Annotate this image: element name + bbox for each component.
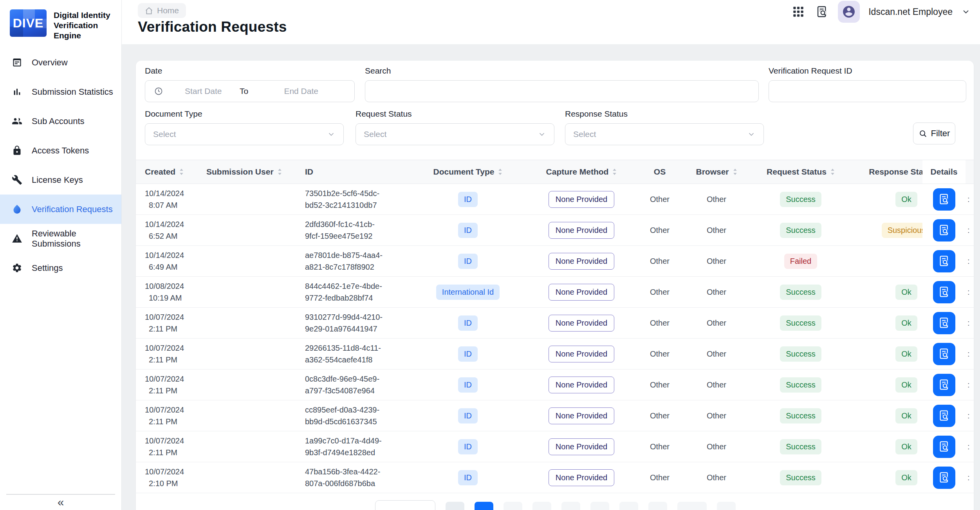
sidebar-item-label: Verification Requests [32, 204, 113, 214]
sidebar-item-license-keys[interactable]: License Keys [0, 165, 121, 195]
created-time: 2:11 PM [145, 355, 177, 364]
id-line2: bb9d-d5cd61637345 [305, 417, 377, 426]
document-type-badge: ID [458, 377, 478, 393]
capture-method-badge: None Provided [549, 407, 614, 424]
id-cell: 844c4462-1e7e-4bde-9772-fedbab28bf74 [296, 280, 409, 304]
apps-grid-icon[interactable] [791, 4, 806, 19]
id-line2: 9b3f-d7494e1828ed [305, 448, 375, 457]
sort-icon[interactable] [830, 168, 835, 175]
sidebar-item-reviewable-submissions[interactable]: Reviewable Submissions [0, 224, 121, 253]
breadcrumb[interactable]: Home [138, 3, 186, 18]
sort-icon[interactable] [612, 168, 617, 175]
user-menu[interactable]: Idscan.net Employee [868, 7, 953, 17]
column-header-document_type[interactable]: Document Type [409, 167, 527, 177]
document-type-badge: ID [458, 223, 478, 238]
column-header-submission_user[interactable]: Submission User [198, 167, 296, 177]
app-logo[interactable]: DIVE Digital Identity Verification Engin… [0, 0, 121, 41]
content-card: Date Start Date To End Date Search Verif… [136, 61, 974, 510]
page-pill[interactable] [677, 502, 707, 510]
response-status-select[interactable]: Select [565, 123, 764, 145]
details-button[interactable] [933, 188, 955, 211]
previous-page-button[interactable] [375, 500, 435, 510]
id-cell: 0c8c3dfe-96e9-45e9-a797-f3c54087e964 [296, 373, 409, 396]
sidebar-item-submission-statistics[interactable]: Submission Statistics [0, 77, 121, 106]
sort-icon[interactable] [498, 168, 502, 175]
details-button[interactable] [933, 436, 955, 458]
sort-icon[interactable] [733, 168, 737, 175]
details-button[interactable] [933, 343, 955, 365]
column-header-id: ID [296, 167, 409, 177]
sort-icon[interactable] [179, 168, 184, 175]
droplet-icon [12, 204, 22, 214]
id-line2: 9fcf-159ee475e192 [305, 232, 372, 240]
created-cell: 10/07/20242:10 PM [136, 466, 198, 489]
column-header-label: OS [654, 167, 666, 177]
capture-method-badge: None Provided [549, 346, 614, 362]
column-header-browser[interactable]: Browser [683, 167, 750, 177]
filter-button[interactable]: Filter [913, 123, 955, 144]
capture-method-badge: None Provided [549, 315, 614, 332]
avatar[interactable] [838, 1, 860, 23]
details-cell [922, 308, 966, 338]
created-date: 10/08/2024 [145, 282, 184, 290]
chevron-down-icon [538, 130, 546, 139]
document-type-cell: ID [409, 254, 527, 269]
sidebar-collapse-button[interactable]: « [0, 494, 121, 510]
details-button[interactable] [933, 405, 955, 427]
sidebar-item-sub-accounts[interactable]: Sub Accounts [0, 106, 121, 136]
page-pill[interactable] [532, 502, 551, 510]
details-button[interactable] [933, 281, 955, 303]
date-range-input[interactable]: Start Date To End Date [145, 80, 355, 102]
sidebar-item-overview[interactable]: Overview [0, 48, 121, 77]
page-pill[interactable] [561, 502, 580, 510]
id-cell: 47ba156b-3fea-4422-807a-006fd687b6ba [296, 466, 409, 489]
sort-icon[interactable] [278, 168, 282, 175]
page-pill-active[interactable] [475, 502, 493, 510]
table-row: 10/14/20246:52 AM2dfd360f-fc1c-41cb-9fcf… [136, 215, 974, 246]
document-search-icon[interactable] [814, 4, 829, 19]
details-button[interactable] [933, 374, 955, 396]
details-cell [922, 215, 966, 245]
details-button[interactable] [933, 467, 955, 489]
page-pill[interactable] [504, 502, 522, 510]
details-button[interactable] [933, 312, 955, 334]
page-pill[interactable] [619, 502, 638, 510]
browser-cell: Other [683, 442, 750, 451]
clipped-column-fragment: : [967, 411, 970, 420]
logo-text: DIVE [13, 16, 44, 31]
created-cell: 10/14/20248:07 AM [136, 187, 198, 211]
os-cell: Other [636, 350, 683, 359]
pagination [136, 500, 974, 510]
filter-button-label: Filter [931, 128, 950, 139]
document-type-badge: ID [458, 470, 478, 485]
id-line2: 9772-fedbab28bf74 [305, 294, 373, 302]
request-status-cell: Failed [750, 254, 852, 269]
id-line2: a362-554caefe41f8 [305, 355, 372, 364]
response-status-badge: Ok [895, 377, 917, 393]
page-pill[interactable] [590, 502, 609, 510]
document-type-select[interactable]: Select [145, 123, 344, 145]
table-row: 10/07/20242:10 PM47ba156b-3fea-4422-807a… [136, 462, 974, 493]
details-button[interactable] [933, 250, 955, 272]
response-status-placeholder: Select [573, 130, 596, 139]
column-header-label: Capture Method [546, 167, 609, 177]
column-header-request_status[interactable]: Request Status [750, 167, 852, 177]
created-cell: 10/07/20242:11 PM [136, 342, 198, 366]
sidebar-item-access-tokens[interactable]: Access Tokens [0, 136, 121, 165]
page-pill[interactable] [446, 502, 464, 510]
chevron-down-icon[interactable] [961, 7, 971, 16]
search-input[interactable] [365, 80, 759, 102]
page-pill[interactable] [717, 502, 736, 510]
capture-method-badge: None Provided [549, 438, 614, 455]
sidebar-item-label: Submission Statistics [32, 87, 113, 97]
details-button[interactable] [933, 219, 955, 241]
created-time: 2:11 PM [145, 448, 177, 457]
request-status-select[interactable]: Select [356, 123, 554, 145]
column-header-capture_method[interactable]: Capture Method [527, 167, 636, 177]
page-pill[interactable] [648, 502, 667, 510]
sidebar-item-settings[interactable]: Settings [0, 253, 121, 283]
chevron-down-icon [327, 130, 336, 139]
verification-request-id-input[interactable] [769, 80, 966, 102]
sidebar-item-verification-requests[interactable]: Verification Requests [0, 195, 121, 224]
column-header-created[interactable]: Created [136, 167, 198, 177]
